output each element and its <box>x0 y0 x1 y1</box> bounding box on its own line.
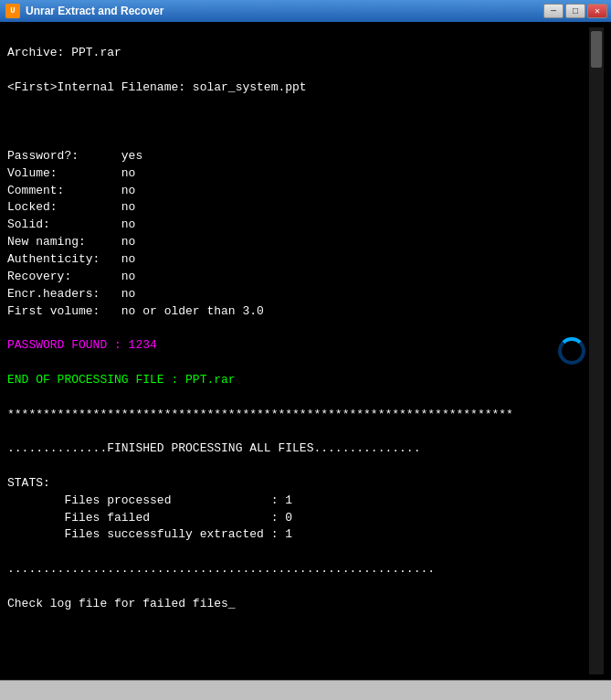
terminal-output: Archive: PPT.rar <First>Internal Filenam… <box>7 27 589 674</box>
line-password-found: PASSWORD FOUND : 1234 <box>7 338 157 352</box>
line-volume: Volume: no <box>7 166 135 180</box>
line-comment: Comment: no <box>7 184 135 197</box>
maximize-button[interactable]: □ <box>565 4 585 18</box>
line-solid: Solid: no <box>7 217 135 231</box>
scrollbar[interactable] <box>589 27 604 674</box>
window-controls: ─ □ ✕ <box>543 4 607 18</box>
line-stats-header: STATS: <box>7 476 50 490</box>
line-files-processed: Files processed : 1 <box>7 493 292 507</box>
minimize-button[interactable]: ─ <box>543 4 564 18</box>
line-password: Password?: yes <box>7 149 142 163</box>
window-title: Unrar Extract and Recover <box>26 5 163 17</box>
line-stars: ****************************************… <box>7 408 513 421</box>
line-archive: Archive: PPT.rar <box>7 46 121 59</box>
main-window: U Unrar Extract and Recover ─ □ ✕ Archiv… <box>0 0 611 700</box>
line-check-log: Check log file for failed files_ <box>7 597 236 610</box>
line-dots: ........................................… <box>7 562 435 576</box>
app-icon: U <box>5 4 20 18</box>
loading-spinner <box>558 337 585 365</box>
line-end-processing: END OF PROCESSING FILE : PPT.rar <box>7 373 236 387</box>
close-button[interactable]: ✕ <box>587 4 607 18</box>
line-finished: ..............FINISHED PROCESSING ALL FI… <box>7 441 420 455</box>
statusbar <box>0 680 611 700</box>
line-recovery: Recovery: no <box>7 270 135 283</box>
line-locked: Locked: no <box>7 200 135 214</box>
titlebar-left: U Unrar Extract and Recover <box>5 4 163 18</box>
line-files-extracted: Files successfully extracted : 1 <box>7 527 292 541</box>
titlebar: U Unrar Extract and Recover ─ □ ✕ <box>0 0 611 22</box>
line-encr: Encr.headers: no <box>7 287 135 301</box>
terminal-area: Archive: PPT.rar <First>Internal Filenam… <box>0 22 611 680</box>
line-files-failed: Files failed : 0 <box>7 511 292 525</box>
line-firstvol: First volume: no or older than 3.0 <box>7 304 264 318</box>
line-auth: Authenticity: no <box>7 252 135 266</box>
scrollbar-thumb[interactable] <box>591 31 602 68</box>
line-filename: <First>Internal Filename: solar_system.p… <box>7 80 307 94</box>
line-newnaming: New naming: no <box>7 235 135 249</box>
